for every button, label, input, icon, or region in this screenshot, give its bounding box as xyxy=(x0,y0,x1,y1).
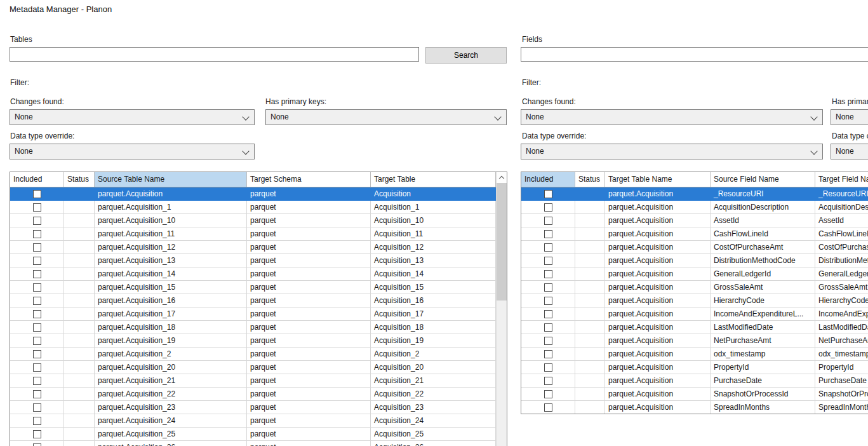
table-row[interactable]: parquet.Acquisition_23parquetAcquisition… xyxy=(10,401,507,414)
table-row[interactable]: parquet.AcquisitionAcquisitionDescriptio… xyxy=(521,201,868,214)
table-row[interactable]: parquet.Acquisition_10parquetAcquisition… xyxy=(10,214,507,227)
row-included-checkbox[interactable] xyxy=(544,270,552,278)
row-included-checkbox[interactable] xyxy=(33,417,41,425)
row-included-checkbox[interactable] xyxy=(33,377,41,385)
table-row[interactable]: parquet.AcquisitionAssetIdAssetId xyxy=(521,214,868,227)
table-row[interactable]: parquet.AcquisitionGrossSaleAmtGrossSale… xyxy=(521,281,868,294)
row-included-checkbox[interactable] xyxy=(33,390,41,398)
search-button[interactable]: Search xyxy=(425,47,507,64)
column-header-target-schema[interactable]: Target Schema xyxy=(247,172,371,187)
table-row[interactable]: parquet.Acquisition_15parquetAcquisition… xyxy=(10,281,507,294)
cell-source: parquet.Acquisition_17 xyxy=(95,307,247,321)
scroll-up-button[interactable] xyxy=(497,172,507,183)
row-included-checkbox[interactable] xyxy=(544,257,552,265)
row-included-checkbox[interactable] xyxy=(33,230,41,238)
table-row[interactable]: parquet.Acquisition_18parquetAcquisition… xyxy=(10,321,507,334)
table-row[interactable]: parquet.Acquisition_12parquetAcquisition… xyxy=(10,241,507,254)
row-included-checkbox[interactable] xyxy=(33,430,41,438)
scrollbar-thumb[interactable] xyxy=(497,183,507,301)
row-included-checkbox[interactable] xyxy=(33,283,41,292)
table-row[interactable]: parquet.Acquisition_19parquetAcquisition… xyxy=(10,334,507,348)
row-included-checkbox[interactable] xyxy=(544,243,552,252)
table-row[interactable]: parquet.AcquisitionPurchaseDatePurchaseD… xyxy=(521,374,868,388)
column-header-included[interactable]: Included xyxy=(521,172,575,187)
fields-search-input[interactable] xyxy=(521,47,868,62)
row-included-checkbox[interactable] xyxy=(544,217,552,225)
row-included-checkbox[interactable] xyxy=(33,203,41,212)
table-row[interactable]: parquet.Acquisition_11parquetAcquisition… xyxy=(10,227,507,241)
table-row[interactable]: parquet.AcquisitionSnapshotOrProcessIdSn… xyxy=(521,388,868,401)
row-included-checkbox[interactable] xyxy=(33,403,41,412)
table-row[interactable]: parquet.Acquisition_17parquetAcquisition… xyxy=(10,307,507,321)
row-included-checkbox[interactable] xyxy=(33,270,41,278)
row-included-checkbox[interactable] xyxy=(544,350,552,358)
table-row[interactable]: parquet.Acquisition_25parquetAcquisition… xyxy=(10,428,507,441)
table-row[interactable]: parquet.Acquisition_13parquetAcquisition… xyxy=(10,254,507,267)
column-header-status[interactable]: Status xyxy=(575,172,605,187)
table-row[interactable]: parquet.Acquisition_ResourceURI_Resource… xyxy=(521,187,868,201)
column-header-target-field-name[interactable]: Target Field Name xyxy=(815,172,868,187)
cell-source_field: SpreadInMonths xyxy=(711,401,815,414)
tables-search-input[interactable] xyxy=(10,47,419,62)
vertical-scrollbar[interactable] xyxy=(496,172,507,446)
table-row[interactable]: parquet.AcquisitionDistributionMethodCod… xyxy=(521,254,868,267)
row-included-checkbox[interactable] xyxy=(33,350,41,358)
table-row[interactable]: parquet.Acquisition_14parquetAcquisition… xyxy=(10,267,507,281)
column-header-included[interactable]: Included xyxy=(10,172,64,187)
fields-data-type-override-select-2[interactable]: None xyxy=(831,144,868,159)
table-row[interactable]: parquet.AcquisitionPropertyIdPropertyId xyxy=(521,361,868,374)
row-included-checkbox[interactable] xyxy=(544,337,552,345)
table-row[interactable]: parquet.AcquisitionNetPurchaseAmtNetPurc… xyxy=(521,334,868,348)
column-header-source-field-name[interactable]: Source Field Name xyxy=(711,172,815,187)
table-row[interactable]: parquet.Acquisition_20parquetAcquisition… xyxy=(10,361,507,374)
table-row[interactable]: parquet.Acquisition_2parquetAcquisition_… xyxy=(10,348,507,361)
table-row[interactable]: parquet.Acquisition_24parquetAcquisition… xyxy=(10,414,507,428)
column-header-target-table-name[interactable]: Target Table Name xyxy=(605,172,711,187)
tables-has-primary-keys-select[interactable]: None xyxy=(265,109,507,125)
table-row[interactable]: parquet.AcquisitionCostOfPurchaseAmtCost… xyxy=(521,241,868,254)
table-row[interactable]: parquet.AcquisitionparquetAcquisition xyxy=(10,187,507,201)
column-header-source-table-name[interactable]: Source Table Name xyxy=(95,172,247,187)
row-included-checkbox[interactable] xyxy=(544,403,552,412)
row-included-checkbox[interactable] xyxy=(33,257,41,265)
row-included-checkbox[interactable] xyxy=(33,363,41,372)
table-row[interactable]: parquet.Acquisition_16parquetAcquisition… xyxy=(10,294,507,307)
row-included-checkbox[interactable] xyxy=(544,230,552,238)
column-header-status[interactable]: Status xyxy=(64,172,95,187)
table-row[interactable]: parquet.AcquisitionSpreadInMonthsSpreadI… xyxy=(521,401,868,414)
row-included-checkbox[interactable] xyxy=(33,310,41,318)
column-header-target-table[interactable]: Target Table xyxy=(371,172,496,187)
table-row[interactable]: parquet.Acquisition_22parquetAcquisition… xyxy=(10,388,507,401)
row-included-checkbox[interactable] xyxy=(33,190,41,198)
row-included-checkbox[interactable] xyxy=(544,377,552,385)
row-included-checkbox[interactable] xyxy=(544,363,552,372)
table-row[interactable]: parquet.Acquisition_21parquetAcquisition… xyxy=(10,374,507,388)
row-included-checkbox[interactable] xyxy=(544,323,552,332)
row-included-checkbox[interactable] xyxy=(544,190,552,198)
table-row[interactable]: parquet.AcquisitionHierarchyCodeHierarch… xyxy=(521,294,868,307)
tables-filter-label: Filter: xyxy=(10,78,29,87)
row-included-checkbox[interactable] xyxy=(33,297,41,305)
row-included-checkbox[interactable] xyxy=(544,203,552,212)
fields-has-primary-keys-select[interactable]: None xyxy=(831,109,868,125)
table-row[interactable]: parquet.AcquisitionIncomeAndExpenditureL… xyxy=(521,307,868,321)
table-row[interactable]: parquet.Acquisitionodx_timestampodx_time… xyxy=(521,348,868,361)
row-included-checkbox[interactable] xyxy=(544,390,552,398)
row-included-checkbox[interactable] xyxy=(544,283,552,292)
row-included-checkbox[interactable] xyxy=(33,323,41,332)
table-row[interactable]: parquet.AcquisitionCashFlowLineIdCashFlo… xyxy=(521,227,868,241)
table-row[interactable]: parquet.AcquisitionLastModifiedDateLastM… xyxy=(521,321,868,334)
row-included-checkbox[interactable] xyxy=(544,310,552,318)
row-included-checkbox[interactable] xyxy=(33,443,41,446)
fields-changes-found-select[interactable]: None xyxy=(521,109,823,125)
row-included-checkbox[interactable] xyxy=(33,337,41,345)
tables-data-type-override-select[interactable]: None xyxy=(10,144,255,159)
row-included-checkbox[interactable] xyxy=(544,297,552,305)
row-included-checkbox[interactable] xyxy=(33,217,41,225)
table-row[interactable]: parquet.Acquisition_26parquetAcquisition… xyxy=(10,441,507,446)
tables-changes-found-select[interactable]: None xyxy=(10,109,255,125)
table-row[interactable]: parquet.Acquisition_1parquetAcquisition_… xyxy=(10,201,507,214)
row-included-checkbox[interactable] xyxy=(33,243,41,252)
fields-data-type-override-select[interactable]: None xyxy=(521,144,823,159)
table-row[interactable]: parquet.AcquisitionGeneralLedgerIdGenera… xyxy=(521,267,868,281)
